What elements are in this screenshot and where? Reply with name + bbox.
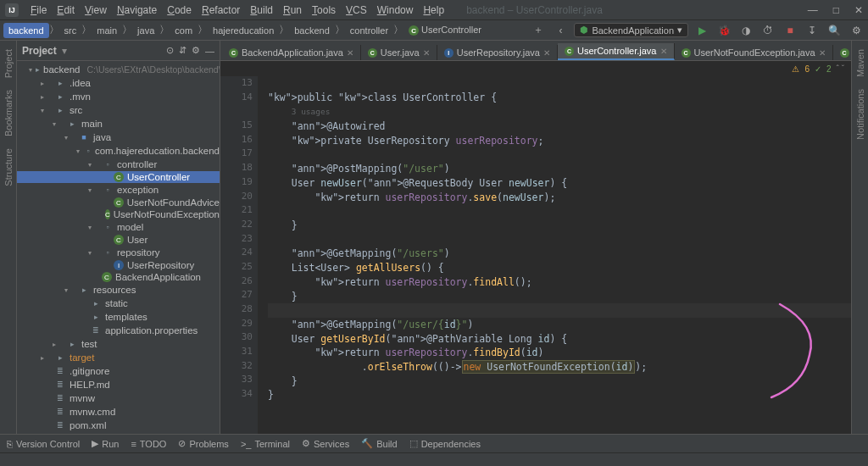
breadcrumb-item[interactable]: backend	[289, 23, 335, 38]
tree-expander-icon[interactable]: ▾	[88, 161, 98, 169]
rail-project[interactable]: Project	[3, 46, 14, 81]
maximize-icon[interactable]: □	[833, 4, 839, 16]
expand-all-icon[interactable]: ⇵	[179, 45, 186, 56]
search-everywhere-button[interactable]: 🔍	[826, 22, 843, 39]
tree-node[interactable]: ▾▫com.hajereducation.backend	[17, 144, 220, 158]
tool-problems[interactable]: ⊘Problems	[178, 438, 228, 449]
menu-run[interactable]: Run	[278, 2, 307, 19]
tree-node[interactable]: CUserNotFoundException	[17, 208, 220, 220]
tree-expander-icon[interactable]: ▾	[64, 134, 75, 141]
tree-node[interactable]: ▾■java	[17, 130, 220, 144]
menu-help[interactable]: Help	[418, 2, 449, 19]
breadcrumb-item[interactable]: src	[59, 23, 82, 38]
tree-node[interactable]: CBackendApplication	[17, 271, 220, 283]
code-editor[interactable]: 1314151617181920212223242526272829303132…	[220, 76, 851, 434]
tool-dependencies[interactable]: ⬚Dependencies	[409, 438, 481, 449]
tool-run[interactable]: ▶Run	[92, 438, 119, 449]
breadcrumb-item[interactable]: CUserController	[403, 22, 487, 39]
tool-build[interactable]: 🔨Build	[361, 438, 397, 449]
tree-node[interactable]: ≣mvnw	[17, 391, 220, 405]
profile-button[interactable]: ⏱	[760, 22, 776, 39]
menu-edit[interactable]: Edit	[52, 2, 80, 19]
tree-expander-icon[interactable]: ▸	[41, 93, 51, 101]
menu-vcs[interactable]: VCS	[341, 2, 372, 19]
select-opened-icon[interactable]: ⊙	[166, 45, 174, 56]
hide-icon[interactable]: —	[205, 46, 214, 56]
prev-icon[interactable]: ‹	[552, 22, 569, 39]
minimize-icon[interactable]: —	[808, 4, 818, 16]
editor-tab[interactable]: CUser.java✕	[361, 45, 437, 60]
editor-tab[interactable]: CUserNotFoundException.java✕	[675, 45, 833, 60]
close-tab-icon[interactable]: ✕	[543, 48, 550, 58]
stop-button[interactable]: ■	[782, 22, 798, 39]
tree-node[interactable]: ≣.gitignore	[17, 364, 220, 378]
editor-tab[interactable]: CUserController.java✕	[558, 43, 675, 60]
inspection-chevron-icon[interactable]: ˆ ˇ	[837, 64, 844, 74]
tree-node[interactable]: ▾▸src	[17, 103, 220, 117]
add-config-icon[interactable]: ＋	[530, 22, 547, 39]
tree-node[interactable]: ≣mvnw.cmd	[17, 405, 220, 419]
close-tab-icon[interactable]: ✕	[819, 48, 826, 58]
debug-button[interactable]: 🐞	[715, 22, 732, 39]
tree-node[interactable]: ▾▫controller	[17, 158, 220, 171]
tool-version-control[interactable]: ⎘Version Control	[7, 439, 80, 449]
tree-node[interactable]: ▸templates	[17, 310, 220, 324]
rail-notifications[interactable]: Notifications	[855, 86, 865, 143]
tree-expander-icon[interactable]: ▾	[41, 107, 51, 114]
menu-tools[interactable]: Tools	[307, 2, 341, 19]
tree-expander-icon[interactable]: ▾	[88, 249, 98, 257]
rail-bookmarks[interactable]: Bookmarks	[3, 86, 14, 140]
tree-expander-icon[interactable]: ▸	[41, 354, 51, 362]
settings-icon[interactable]: ⚙	[192, 45, 200, 56]
tree-node[interactable]: ▸▸target	[17, 351, 220, 364]
breadcrumb-item[interactable]: hajereducation	[208, 23, 279, 38]
rail-maven[interactable]: Maven	[855, 46, 865, 80]
rail-structure[interactable]: Structure	[3, 145, 14, 190]
run-config-selector[interactable]: ⬢ BackendApplication ▾	[574, 23, 688, 37]
tree-node[interactable]: ▾▸backendC:\Users\EXtrA\Desktop\backend\…	[17, 63, 220, 76]
tree-node[interactable]: CUserController	[17, 171, 220, 183]
tree-node[interactable]: ▾▫repository	[17, 246, 220, 259]
editor-tab[interactable]: IUserRepository.java✕	[437, 45, 558, 60]
settings-button[interactable]: ⚙	[848, 22, 865, 39]
tree-expander-icon[interactable]: ▾	[76, 147, 81, 155]
tree-node[interactable]: ▸▸.idea	[17, 76, 220, 90]
breadcrumb-item[interactable]: controller	[345, 23, 393, 38]
tool-services[interactable]: ⚙Services	[302, 438, 349, 449]
run-button[interactable]: ▶	[693, 22, 710, 39]
tree-node[interactable]: ▾▫model	[17, 220, 220, 234]
menu-code[interactable]: Code	[162, 2, 197, 19]
menu-window[interactable]: Window	[372, 2, 419, 19]
git-pull-button[interactable]: ↧	[804, 22, 821, 39]
close-tab-icon[interactable]: ✕	[423, 48, 430, 58]
tree-expander-icon[interactable]: ▸	[53, 341, 63, 348]
menu-refactor[interactable]: Refactor	[197, 2, 245, 19]
breadcrumb-item[interactable]: com	[170, 23, 198, 38]
tree-node[interactable]: ▸▸test	[17, 337, 220, 351]
close-icon[interactable]: ✕	[854, 4, 863, 16]
tool-todo[interactable]: ≡TODO	[131, 439, 166, 449]
tree-node[interactable]: ≣application.properties	[17, 324, 220, 337]
chevron-down-icon[interactable]: ▾	[62, 45, 67, 57]
tree-node[interactable]: ▸static	[17, 297, 220, 310]
menu-build[interactable]: Build	[245, 2, 278, 19]
menu-view[interactable]: View	[80, 2, 112, 19]
editor-tab[interactable]: CBackendApplication.java✕	[222, 45, 361, 60]
close-tab-icon[interactable]: ✕	[347, 48, 353, 58]
tree-node[interactable]: ▾▫exception	[17, 183, 220, 197]
breadcrumb-item[interactable]: java	[132, 23, 159, 38]
project-tree[interactable]: ▾▸backendC:\Users\EXtrA\Desktop\backend\…	[17, 61, 220, 434]
menu-navigate[interactable]: Navigate	[112, 2, 162, 19]
tree-expander-icon[interactable]: ▾	[64, 286, 75, 294]
project-tab-label[interactable]: Project	[22, 45, 57, 57]
tree-node[interactable]: ≣pom.xml	[17, 419, 220, 432]
coverage-button[interactable]: ◑	[737, 22, 754, 39]
tree-node[interactable]: ▾▸main	[17, 117, 220, 130]
close-tab-icon[interactable]: ✕	[660, 47, 667, 56]
tree-expander-icon[interactable]: ▾	[88, 224, 98, 231]
tree-node[interactable]: IUserRepository	[17, 259, 220, 271]
tree-node[interactable]: CUser	[17, 234, 220, 246]
tree-expander-icon[interactable]: ▾	[29, 66, 32, 74]
breadcrumb-item[interactable]: backend	[3, 23, 49, 38]
tree-node[interactable]: ▸▸.mvn	[17, 90, 220, 103]
